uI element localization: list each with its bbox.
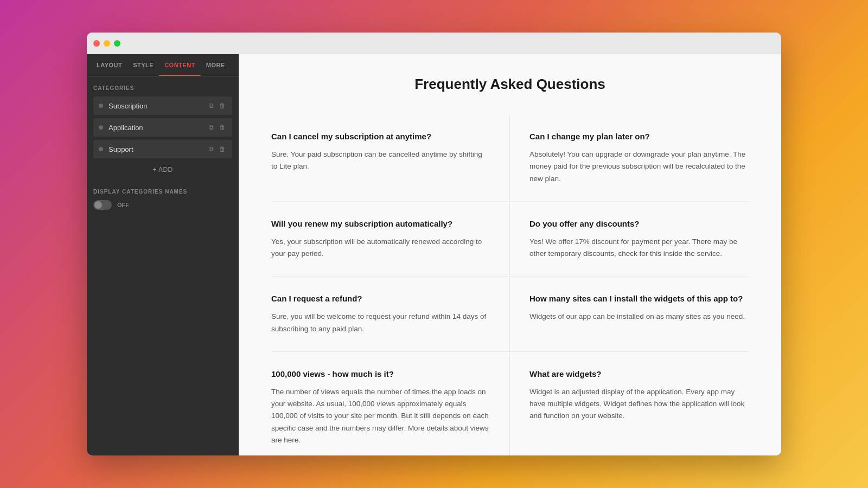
faq-question-8: What are widgets? — [529, 368, 749, 380]
close-button[interactable] — [93, 40, 100, 47]
faq-item-5: Can I request a refund? Sure, you will b… — [271, 277, 510, 352]
maximize-button[interactable] — [114, 40, 120, 47]
faq-item-1: Can I cancel my subscription at anytime?… — [271, 114, 510, 202]
sidebar-tabs: LAYOUT STYLE CONTENT MORE — [87, 54, 239, 76]
add-category-button[interactable]: + ADD — [93, 162, 232, 178]
faq-answer-1: Sure. Your paid subscription can be canc… — [271, 149, 490, 173]
faq-item-7: 100,000 views - how much is it? The numb… — [271, 352, 510, 455]
category-item-application[interactable]: Application ⧉ 🗑 — [93, 118, 232, 137]
tab-content[interactable]: CONTENT — [159, 54, 201, 76]
display-categories-toggle[interactable] — [93, 200, 112, 210]
category-name-application: Application — [108, 124, 208, 132]
copy-icon-subscription[interactable]: ⧉ — [208, 101, 215, 111]
faq-question-2: Can I change my plan later on? — [529, 131, 749, 142]
toggle-row: OFF — [93, 200, 232, 210]
category-item-subscription[interactable]: Subscription ⧉ 🗑 — [93, 97, 232, 115]
main-wrapper: Frequently Asked Questions Can I cancel … — [239, 54, 781, 455]
category-dot — [99, 125, 103, 130]
faq-question-5: Can I request a refund? — [271, 293, 490, 304]
trash-icon-subscription[interactable]: 🗑 — [218, 101, 227, 111]
copy-icon-application[interactable]: ⧉ — [208, 123, 215, 132]
browser-titlebar — [87, 33, 781, 54]
tab-layout[interactable]: LAYOUT — [91, 54, 127, 76]
display-categories-label: DISPLAY CATEGORIES NAMES — [93, 189, 232, 195]
browser-window: LAYOUT STYLE CONTENT MORE CATEGORIES Sub… — [87, 33, 781, 455]
faq-grid: Can I cancel my subscription at anytime?… — [271, 114, 749, 455]
faq-item-2: Can I change my plan later on? Absolutel… — [510, 114, 749, 202]
category-dot — [99, 147, 103, 151]
faq-answer-4: Yes! We offer 17% discount for payment p… — [529, 236, 749, 260]
faq-answer-7: The number of views equals the number of… — [271, 386, 490, 446]
faq-question-6: How many sites can I install the widgets… — [529, 293, 749, 304]
tab-more[interactable]: MORE — [201, 54, 231, 76]
faq-item-8: What are widgets? Widget is an adjusted … — [510, 352, 749, 455]
faq-answer-2: Absolutely! You can upgrade or downgrade… — [529, 149, 749, 185]
faq-question-1: Can I cancel my subscription at anytime? — [271, 131, 490, 142]
browser-body: LAYOUT STYLE CONTENT MORE CATEGORIES Sub… — [87, 54, 781, 455]
faq-question-7: 100,000 views - how much is it? — [271, 368, 490, 380]
category-dot — [99, 104, 103, 108]
minimize-button[interactable] — [104, 40, 110, 47]
faq-answer-8: Widget is an adjusted display of the app… — [529, 386, 749, 422]
faq-item-3: Will you renew my subscription automatic… — [271, 202, 510, 277]
sidebar: LAYOUT STYLE CONTENT MORE CATEGORIES Sub… — [87, 54, 239, 455]
faq-question-4: Do you offer any discounts? — [529, 218, 749, 229]
faq-answer-6: Widgets of our app can be installed on a… — [529, 311, 749, 323]
copy-icon-support[interactable]: ⧉ — [208, 144, 215, 154]
category-item-support[interactable]: Support ⧉ 🗑 — [93, 140, 232, 158]
faq-item-4: Do you offer any discounts? Yes! We offe… — [510, 202, 749, 277]
trash-icon-support[interactable]: 🗑 — [218, 144, 227, 154]
main-content: Frequently Asked Questions Can I cancel … — [239, 54, 781, 455]
faq-question-3: Will you renew my subscription automatic… — [271, 218, 490, 229]
categories-label: CATEGORIES — [93, 85, 232, 91]
category-name-subscription: Subscription — [108, 102, 208, 110]
faq-answer-5: Sure, you will be welcome to request you… — [271, 311, 490, 335]
faq-item-6: How many sites can I install the widgets… — [510, 277, 749, 352]
trash-icon-application[interactable]: 🗑 — [218, 123, 227, 132]
category-actions-application: ⧉ 🗑 — [208, 123, 227, 132]
display-section: DISPLAY CATEGORIES NAMES OFF — [93, 189, 232, 210]
sidebar-content: CATEGORIES Subscription ⧉ 🗑 Application … — [87, 76, 239, 455]
page-title: Frequently Asked Questions — [271, 76, 749, 93]
category-name-support: Support — [108, 145, 208, 153]
toggle-state-label: OFF — [117, 202, 129, 208]
category-actions-support: ⧉ 🗑 — [208, 144, 227, 154]
category-actions-subscription: ⧉ 🗑 — [208, 101, 227, 111]
faq-answer-3: Yes, your subscription will be automatic… — [271, 236, 490, 260]
tab-style[interactable]: STYLE — [127, 54, 159, 76]
